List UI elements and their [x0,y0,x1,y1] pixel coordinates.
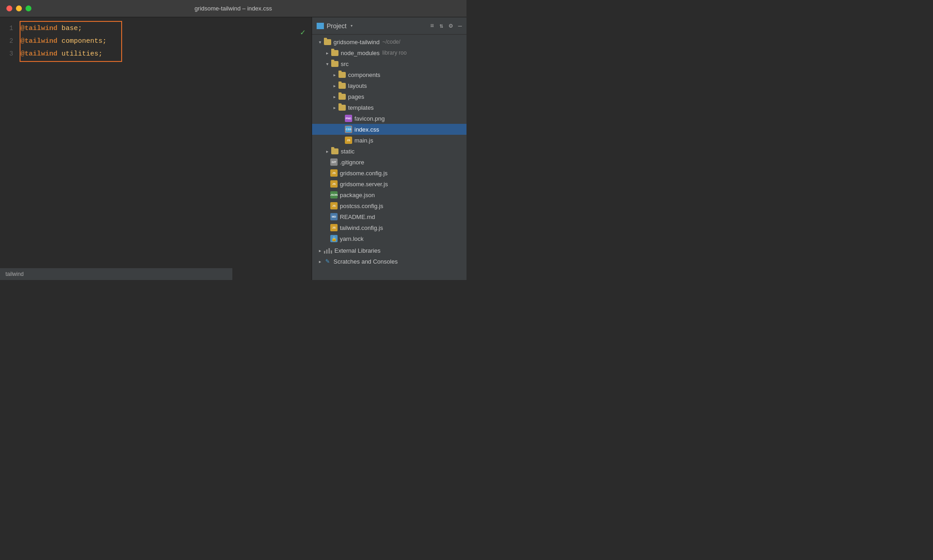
tree-item-templates[interactable]: templates [312,102,466,113]
line-number-2: 2 [0,37,21,45]
tree-item-node-modules[interactable]: node_modules library roo [312,47,466,58]
window-title: gridsome-tailwind – index.css [195,5,272,12]
line-content-3: @tailwind utilities; [21,50,103,58]
tree-item-favicon[interactable]: PNG favicon.png [312,113,466,124]
file-icon-tailwind-config: JS [330,224,338,231]
titlebar: gridsome-tailwind – index.css [0,0,466,17]
tree-item-tailwind-config[interactable]: JS tailwind.config.js [312,222,466,233]
close-button[interactable] [6,5,12,11]
tree-item-readme[interactable]: MD README.md [312,211,466,222]
minimize-button[interactable] [16,5,22,11]
file-icon-favicon: PNG [345,115,352,122]
code-line-2: 2 @tailwind components; [0,35,312,47]
file-icon-postcss-config: JS [330,202,338,209]
label-src: src [341,61,349,67]
chevron-external-libraries [317,247,323,254]
chevron-node-modules [324,50,330,56]
label-main-js: main.js [354,137,373,144]
label-pages: pages [348,93,364,100]
tree-item-gridsome-server[interactable]: JS gridsome.server.js [312,178,466,189]
folder-icon-node-modules [331,50,338,56]
folder-icon-static [331,148,338,154]
close-panel-icon[interactable]: — [458,22,462,30]
collapse-all-icon[interactable]: ≡ [430,22,434,30]
tree-item-static[interactable]: static [312,146,466,157]
file-icon-package-json: JSON [330,191,338,199]
file-icon-gridsome-server: JS [330,180,338,188]
chevron-components [331,71,338,78]
editor-checkmark: ✓ [300,27,305,37]
external-libraries-icon [324,247,332,254]
window-controls [6,5,31,11]
folder-icon-layouts [338,83,346,89]
label-node-modules: node_modules [341,50,379,56]
file-icon-readme: MD [330,213,338,220]
tree-item-pages[interactable]: pages [312,91,466,102]
expand-icon[interactable]: ⇅ [440,22,443,30]
code-line-3: 3 @tailwind utilities; [0,47,312,60]
tree-item-main-js[interactable]: JS main.js [312,135,466,146]
main-layout: 1 @tailwind base; 2 @tailwind components… [0,17,466,280]
folder-icon-components [338,72,346,78]
tree-item-layouts[interactable]: layouts [312,80,466,91]
tree-item-components[interactable]: components [312,69,466,80]
chevron-static [324,148,330,154]
label-external-libraries: External Libraries [334,247,380,254]
file-icon-gridsome-config: JS [330,169,338,177]
scratches-icon: ✎ [324,258,331,265]
label-index-css: index.css [354,126,379,133]
label-gitignore: .gitignore [340,159,364,166]
label-static: static [341,148,354,155]
chevron-root [317,39,323,45]
tree-item-postcss-config[interactable]: JS postcss.config.js [312,200,466,211]
label-node-modules-muted: library roo [382,50,406,56]
chevron-src [324,61,330,67]
sidebar-dropdown-arrow[interactable]: ▾ [350,23,354,29]
label-templates: templates [348,104,374,111]
folder-icon-templates [338,105,346,111]
label-yarn-lock: yarn.lock [340,235,364,242]
at-keyword-1: @tailwind [21,25,57,32]
keyword-value-3: utilities; [62,50,103,58]
tree-item-gitignore[interactable]: GIT .gitignore [312,157,466,168]
folder-icon-pages [338,94,346,100]
label-components: components [348,71,380,78]
tree-item-gridsome-config[interactable]: JS gridsome.config.js [312,168,466,178]
status-bar: tailwind [0,268,232,280]
folder-icon-root [324,39,331,45]
tree-item-yarn-lock[interactable]: 🔒 yarn.lock [312,233,466,244]
tree-item-external-libraries[interactable]: External Libraries [312,245,466,256]
file-icon-main-js: JS [345,137,352,144]
sidebar-tree[interactable]: gridsome-tailwind ~/code/ node_modules l… [312,35,466,280]
editor-area[interactable]: 1 @tailwind base; 2 @tailwind components… [0,17,312,280]
status-text: tailwind [5,271,24,277]
label-postcss-config: postcss.config.js [340,203,383,209]
label-readme: README.md [340,214,375,220]
tree-item-package-json[interactable]: JSON package.json [312,189,466,200]
tree-item-src[interactable]: src [312,58,466,69]
line-content-1: @tailwind base; [21,25,82,32]
at-keyword-3: @tailwind [21,50,57,58]
line-number-3: 3 [0,50,21,57]
label-package-json: package.json [340,192,375,199]
tree-item-index-css[interactable]: CSS index.css [312,124,466,135]
file-icon-gitignore: GIT [330,158,338,166]
chevron-templates [331,104,338,111]
label-scratches-consoles: Scratches and Consoles [333,258,398,265]
label-tailwind-config: tailwind.config.js [340,224,383,231]
label-layouts: layouts [348,82,367,89]
maximize-button[interactable] [26,5,31,11]
file-icon-index-css: CSS [345,126,352,133]
folder-icon-src [331,61,338,67]
root-path: ~/code/ [382,39,400,45]
root-label: gridsome-tailwind [333,39,379,46]
sidebar-header-title: Project [327,22,347,30]
chevron-pages [331,93,338,100]
tree-item-scratches-consoles[interactable]: ✎ Scratches and Consoles [312,256,466,267]
project-icon [317,23,324,29]
line-number-1: 1 [0,25,21,32]
gear-icon[interactable]: ⚙ [449,22,452,30]
label-gridsome-server: gridsome.server.js [340,181,388,188]
tree-root-item[interactable]: gridsome-tailwind ~/code/ [312,36,466,47]
line-content-2: @tailwind components; [21,37,107,45]
